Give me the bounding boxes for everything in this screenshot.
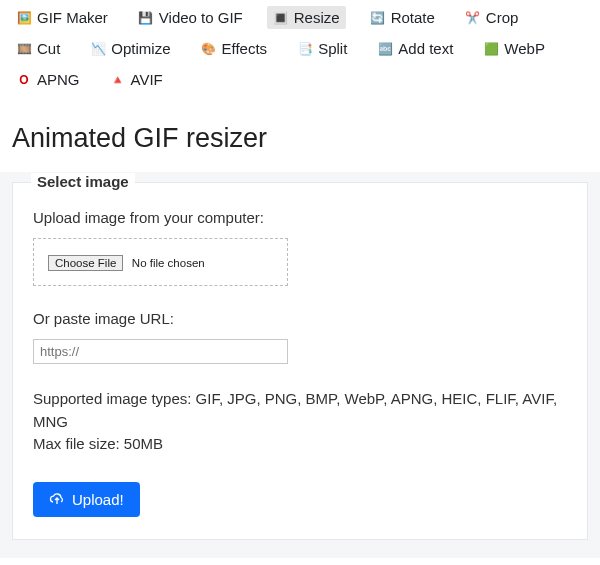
no-file-chosen-text: No file chosen (132, 257, 205, 269)
supported-line: Supported image types: GIF, JPG, PNG, BM… (33, 390, 557, 430)
tool-optimize-label: Optimize (111, 40, 170, 57)
tool-split[interactable]: 📑Split (291, 37, 353, 60)
upload-button-label: Upload! (72, 491, 124, 508)
tool-cut-label: Cut (37, 40, 60, 57)
tool-gif-maker[interactable]: 🖼️GIF Maker (10, 6, 114, 29)
tool-cut-icon: 🎞️ (16, 41, 32, 57)
tool-resize-label: Resize (294, 9, 340, 26)
tool-crop[interactable]: ✂️Crop (459, 6, 525, 29)
tool-rotate-icon: 🔄 (370, 10, 386, 26)
upload-button[interactable]: Upload! (33, 482, 140, 517)
tool-webp-icon: 🟩 (483, 41, 499, 57)
tool-optimize-icon: 📉 (90, 41, 106, 57)
cloud-upload-icon (49, 491, 65, 507)
tool-avif[interactable]: 🔺AVIF (104, 68, 169, 91)
tool-crop-label: Crop (486, 9, 519, 26)
fieldset-legend: Select image (31, 173, 135, 190)
tool-resize[interactable]: 🔳Resize (267, 6, 346, 29)
tool-add-text[interactable]: 🔤Add text (371, 37, 459, 60)
tool-video-to-gif-label: Video to GIF (159, 9, 243, 26)
max-size-line: Max file size: 50MB (33, 435, 163, 452)
tool-resize-icon: 🔳 (273, 10, 289, 26)
tool-split-icon: 📑 (297, 41, 313, 57)
tool-avif-label: AVIF (131, 71, 163, 88)
tool-add-text-icon: 🔤 (377, 41, 393, 57)
tool-rotate-label: Rotate (391, 9, 435, 26)
tool-video-to-gif-icon: 💾 (138, 10, 154, 26)
tool-rotate[interactable]: 🔄Rotate (364, 6, 441, 29)
choose-file-button[interactable]: Choose File (48, 255, 123, 271)
url-input[interactable] (33, 339, 288, 364)
tool-add-text-label: Add text (398, 40, 453, 57)
tool-apng-icon: O (16, 72, 32, 88)
supported-types-text: Supported image types: GIF, JPG, PNG, BM… (33, 388, 567, 456)
file-drop-area[interactable]: Choose File No file chosen (33, 238, 288, 286)
tool-split-label: Split (318, 40, 347, 57)
upload-panel: Select image Upload image from your comp… (0, 172, 600, 558)
tool-effects-icon: 🎨 (201, 41, 217, 57)
tool-webp[interactable]: 🟩WebP (477, 37, 551, 60)
tool-effects[interactable]: 🎨Effects (195, 37, 274, 60)
tool-crop-icon: ✂️ (465, 10, 481, 26)
tool-webp-label: WebP (504, 40, 545, 57)
tool-cut[interactable]: 🎞️Cut (10, 37, 66, 60)
tool-apng[interactable]: OAPNG (10, 68, 86, 91)
tool-effects-label: Effects (222, 40, 268, 57)
tool-optimize[interactable]: 📉Optimize (84, 37, 176, 60)
upload-label: Upload image from your computer: (33, 209, 567, 226)
toolbar: 🖼️GIF Maker💾Video to GIF🔳Resize🔄Rotate✂️… (0, 0, 600, 95)
page-title: Animated GIF resizer (12, 123, 600, 154)
url-label: Or paste image URL: (33, 310, 567, 327)
tool-gif-maker-icon: 🖼️ (16, 10, 32, 26)
tool-gif-maker-label: GIF Maker (37, 9, 108, 26)
select-image-fieldset: Select image Upload image from your comp… (12, 182, 588, 540)
tool-video-to-gif[interactable]: 💾Video to GIF (132, 6, 249, 29)
tool-avif-icon: 🔺 (110, 72, 126, 88)
tool-apng-label: APNG (37, 71, 80, 88)
